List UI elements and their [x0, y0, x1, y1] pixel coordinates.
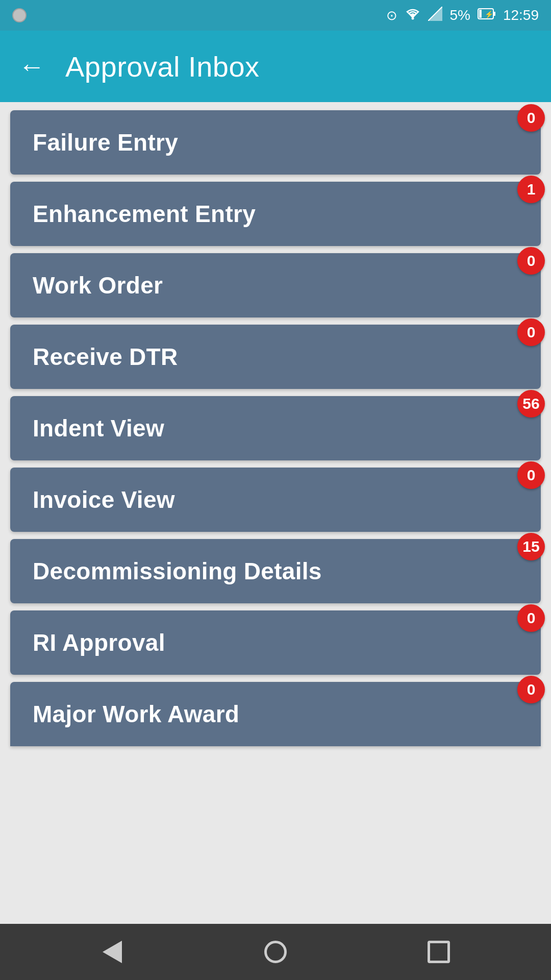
nav-recents-button[interactable]	[418, 932, 459, 972]
svg-point-0	[412, 17, 414, 19]
status-circle-icon	[12, 8, 27, 22]
list-item-label-receive-dtr: Receive DTR	[33, 343, 178, 371]
home-nav-icon	[264, 941, 287, 963]
status-bar-right: ⊙ 5% ⚡ 12:59	[386, 7, 539, 24]
list-item-failure-entry[interactable]: Failure Entry0	[10, 110, 541, 175]
nav-back-button[interactable]	[92, 932, 133, 972]
badge-major-work-award: 0	[517, 676, 545, 703]
list-item-invoice-view[interactable]: Invoice View0	[10, 468, 541, 532]
badge-failure-entry: 0	[517, 104, 545, 132]
wifi-icon	[405, 7, 421, 24]
status-bar: ⊙ 5% ⚡ 12:59	[0, 0, 551, 31]
list-item-enhancement-entry[interactable]: Enhancement Entry1	[10, 182, 541, 246]
signal-icon	[428, 7, 442, 24]
list-item-label-decommissioning-details: Decommissioning Details	[33, 557, 322, 585]
page-title: Approval Inbox	[65, 50, 260, 83]
list-item-label-work-order: Work Order	[33, 272, 163, 299]
list-item-label-indent-view: Indent View	[33, 414, 164, 442]
svg-rect-4	[493, 12, 495, 16]
list-item-major-work-award[interactable]: Major Work Award0	[10, 682, 541, 746]
badge-ri-approval: 0	[517, 604, 545, 632]
nav-home-button[interactable]	[255, 932, 296, 972]
list-item-label-invoice-view: Invoice View	[33, 486, 175, 513]
list-item-label-failure-entry: Failure Entry	[33, 129, 178, 156]
drm-icon: ⊙	[386, 8, 397, 23]
recents-nav-icon	[428, 941, 450, 963]
back-button[interactable]: ←	[18, 53, 45, 80]
list-item-indent-view[interactable]: Indent View56	[10, 396, 541, 460]
battery-percent: 5%	[449, 7, 470, 23]
badge-work-order: 0	[517, 247, 545, 275]
battery-icon: ⚡	[478, 7, 496, 24]
list-item-receive-dtr[interactable]: Receive DTR0	[10, 325, 541, 389]
badge-decommissioning-details: 15	[517, 533, 545, 560]
list-item-ri-approval[interactable]: RI Approval0	[10, 610, 541, 675]
svg-text:⚡: ⚡	[485, 10, 494, 19]
badge-enhancement-entry: 1	[517, 176, 545, 203]
list-item-work-order[interactable]: Work Order0	[10, 253, 541, 317]
badge-invoice-view: 0	[517, 461, 545, 489]
status-bar-left	[12, 8, 27, 22]
list-item-label-enhancement-entry: Enhancement Entry	[33, 200, 256, 228]
inbox-list: Failure Entry0Enhancement Entry1Work Ord…	[0, 102, 551, 924]
badge-indent-view: 56	[517, 390, 545, 418]
back-nav-icon	[103, 941, 122, 963]
list-item-label-ri-approval: RI Approval	[33, 629, 165, 656]
bottom-navigation	[0, 924, 551, 980]
time-display: 12:59	[503, 7, 539, 23]
list-item-decommissioning-details[interactable]: Decommissioning Details15	[10, 539, 541, 603]
badge-receive-dtr: 0	[517, 318, 545, 346]
app-header: ← Approval Inbox	[0, 31, 551, 102]
list-item-label-major-work-award: Major Work Award	[33, 700, 239, 728]
svg-rect-5	[479, 10, 482, 18]
